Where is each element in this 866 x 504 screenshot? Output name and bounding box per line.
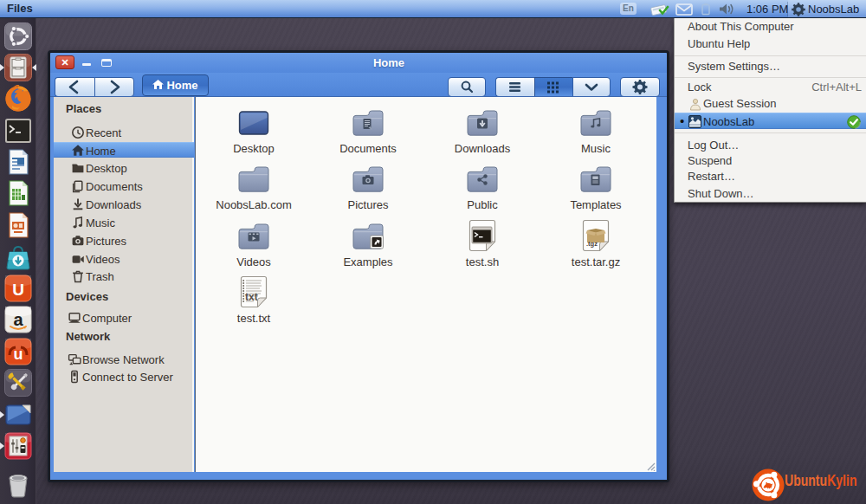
svg-text:U: U xyxy=(12,281,24,299)
svg-text:.tgz: .tgz xyxy=(586,240,598,248)
svg-text:a: a xyxy=(13,310,23,329)
svg-text:txt: txt xyxy=(245,291,258,303)
svg-text:u: u xyxy=(14,346,23,363)
